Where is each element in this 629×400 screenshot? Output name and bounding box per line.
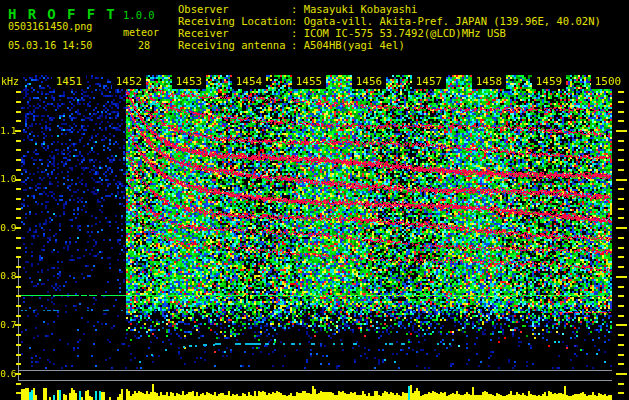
frequency-tick-label: 1.1 [0, 126, 16, 136]
station-info-row: Observer: Masayuki Kobayashi [178, 3, 601, 15]
time-tick-label: 1454 [232, 75, 266, 89]
frequency-tick-label: 1.0 [0, 174, 16, 184]
time-tick-label: 1451 [52, 75, 86, 89]
station-info-row: Receiving Location: Ogata-vill. Akita-Pr… [178, 15, 601, 27]
spectrogram-canvas [0, 75, 629, 400]
time-tick-label: 1456 [352, 75, 386, 89]
app-title: H R O F F T [8, 6, 116, 22]
time-tick-label: 1457 [412, 75, 446, 89]
time-tick-label: 1455 [292, 75, 326, 89]
frequency-axis-unit: kHz [1, 76, 19, 87]
time-tick-label: 1453 [172, 75, 206, 89]
app-version: 1.0.0 [123, 9, 155, 21]
station-info: Observer: Masayuki KobayashiReceiving Lo… [178, 3, 601, 51]
frequency-tick-label: 0.7 [0, 320, 16, 330]
frequency-tick-label: 0.6 [0, 369, 16, 379]
time-tick-label: 1500 [591, 75, 625, 89]
time-tick-label: 1459 [532, 75, 566, 89]
station-info-row: Receiving antenna: A504HB(yagi 4el) [178, 39, 601, 51]
frequency-tick-label: 0.8 [0, 271, 16, 281]
time-tick-label: 1458 [472, 75, 506, 89]
datetime-label: 05.03.16 14:50 [8, 40, 92, 51]
time-tick-label: 1452 [112, 75, 146, 89]
echo-count: 28 [138, 40, 150, 51]
hrofft-screen: H R O F F T 1.0.0 0503161450.png meteor … [0, 0, 629, 400]
mode-label: meteor [123, 27, 159, 38]
output-filename: 0503161450.png [8, 21, 92, 32]
frequency-tick-label: 0.9 [0, 223, 16, 233]
station-info-row: Receiver: ICOM IC-575 53.7492(@LCD)MHz U… [178, 27, 601, 39]
